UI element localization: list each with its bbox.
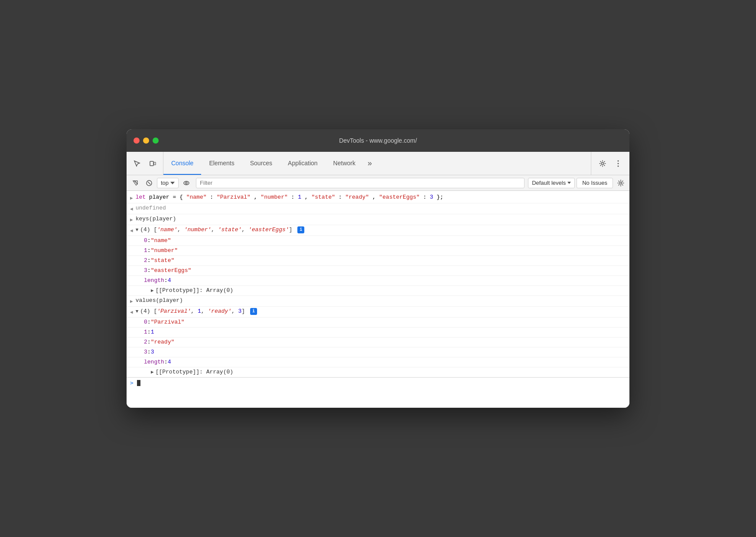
more-tabs-button[interactable]: » (363, 152, 376, 175)
info-badge-keys[interactable]: i (297, 226, 304, 233)
context-selector[interactable]: top (157, 178, 179, 188)
console-cursor (137, 380, 140, 386)
devtools-window: DevTools - www.google.com/ Console Eleme… (127, 129, 629, 408)
tab-console[interactable]: Console (163, 152, 201, 175)
console-input-line[interactable]: > (127, 377, 629, 388)
expand-array-keys[interactable]: ▼ (136, 226, 139, 234)
tab-sources[interactable]: Sources (242, 152, 280, 175)
main-toolbar: Console Elements Sources Application Net… (127, 152, 629, 175)
array-item-1-values: 1 : 1 (127, 327, 629, 337)
expand-proto-keys[interactable]: ▶ (151, 287, 154, 295)
input-arrow-keys[interactable]: ▶ (130, 216, 133, 224)
device-toolbar-button[interactable] (146, 157, 160, 170)
array-length-values: length : 4 (127, 357, 629, 367)
inspect-element-button[interactable] (130, 157, 144, 170)
input-arrow[interactable]: ▶ (130, 194, 133, 202)
console-prompt: > (130, 380, 134, 386)
filter-input[interactable] (196, 178, 525, 188)
log-line-keys-result-header: ◀ ▼ (4) ['name', 'number', 'state', 'eas… (127, 225, 629, 236)
maximize-button[interactable] (153, 138, 159, 144)
expand-array-values[interactable]: ▼ (136, 308, 139, 315)
context-value: top (161, 180, 169, 186)
array-item-3-keys: 3 : "easterEggs" (127, 266, 629, 276)
output-undefined: undefined (136, 204, 626, 212)
keyword-let: let (136, 194, 146, 200)
log-line-let-player: ▶ let player = { "name" : "Parzival" , "… (127, 193, 629, 203)
array-item-1-keys: 1 : "number" (127, 246, 629, 256)
toolbar-actions (591, 152, 629, 175)
log-line-keys: ▶ keys(player) (127, 214, 629, 225)
svg-rect-0 (150, 161, 153, 166)
output-arrow-values: ◀ (130, 308, 133, 316)
output-arrow-keys: ◀ (130, 227, 133, 235)
svg-rect-1 (154, 162, 156, 165)
svg-point-5 (618, 165, 619, 167)
info-badge-values[interactable]: i (250, 308, 257, 315)
output-arrow: ◀ (130, 205, 133, 213)
no-issues-button[interactable]: No Issues (577, 178, 613, 188)
array-item-0-values: 0 : "Parzival" (127, 318, 629, 327)
eye-icon-button[interactable] (180, 177, 192, 189)
console-toolbar: top Default levels No Issues (127, 175, 629, 191)
console-output: ▶ let player = { "name" : "Parzival" , "… (127, 191, 629, 408)
input-arrow-values[interactable]: ▶ (130, 298, 133, 305)
window-title: DevTools - www.google.com/ (339, 137, 417, 144)
array-item-2-keys: 2 : "state" (127, 256, 629, 266)
log-line-values: ▶ values(player) (127, 296, 629, 307)
tab-elements[interactable]: Elements (201, 152, 242, 175)
svg-point-11 (186, 182, 187, 184)
titlebar: DevTools - www.google.com/ (127, 129, 629, 152)
clear-console-button[interactable] (129, 177, 141, 189)
svg-point-12 (620, 182, 622, 184)
log-line-undefined: ◀ undefined (127, 203, 629, 214)
array-item-3-values: 3 : 3 (127, 347, 629, 357)
svg-line-9 (148, 182, 150, 184)
array-length-keys: length : 4 (127, 276, 629, 286)
console-settings-button[interactable] (615, 177, 627, 189)
tab-network[interactable]: Network (326, 152, 363, 175)
stop-recording-button[interactable] (143, 177, 155, 189)
more-options-button[interactable] (611, 157, 625, 170)
prototype-keys[interactable]: ▶ [[Prototype]]: Array(0) (127, 286, 629, 296)
array-item-0-keys: 0 : "name" (127, 236, 629, 246)
tab-application[interactable]: Application (280, 152, 326, 175)
toolbar-icon-group (127, 152, 163, 175)
tab-bar: Console Elements Sources Application Net… (163, 152, 591, 175)
array-item-2-values: 2 : "ready" (127, 337, 629, 347)
log-line-values-result-header: ◀ ▼ (4) ['Parzival', 1, 'ready', 3] i (127, 307, 629, 318)
close-button[interactable] (134, 138, 140, 144)
settings-button[interactable] (596, 157, 609, 170)
expand-proto-values[interactable]: ▶ (151, 368, 154, 376)
svg-point-10 (184, 181, 189, 185)
svg-point-2 (602, 162, 604, 164)
traffic-lights (134, 138, 159, 144)
svg-point-3 (618, 160, 619, 161)
minimize-button[interactable] (143, 138, 149, 144)
svg-point-4 (618, 163, 619, 164)
default-levels-button[interactable]: Default levels (528, 178, 575, 188)
prototype-values[interactable]: ▶ [[Prototype]]: Array(0) (127, 367, 629, 377)
